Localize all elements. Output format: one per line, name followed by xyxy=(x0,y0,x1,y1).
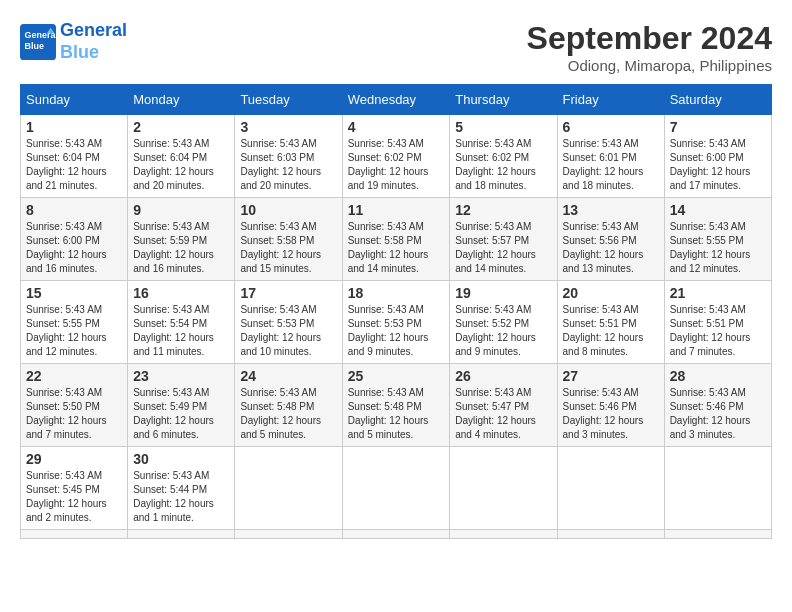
day-info: Sunrise: 5:43 AM Sunset: 5:46 PM Dayligh… xyxy=(563,386,659,442)
calendar-cell: 6 Sunrise: 5:43 AM Sunset: 6:01 PM Dayli… xyxy=(557,115,664,198)
calendar-week-row: 8 Sunrise: 5:43 AM Sunset: 6:00 PM Dayli… xyxy=(21,198,772,281)
day-number: 21 xyxy=(670,285,766,301)
day-info: Sunrise: 5:43 AM Sunset: 5:55 PM Dayligh… xyxy=(26,303,122,359)
day-info: Sunrise: 5:43 AM Sunset: 6:02 PM Dayligh… xyxy=(348,137,445,193)
day-number: 6 xyxy=(563,119,659,135)
day-info: Sunrise: 5:43 AM Sunset: 6:04 PM Dayligh… xyxy=(26,137,122,193)
day-number: 23 xyxy=(133,368,229,384)
month-title: September 2024 xyxy=(527,20,772,57)
col-wednesday: Wednesday xyxy=(342,85,450,115)
day-number: 14 xyxy=(670,202,766,218)
day-info: Sunrise: 5:43 AM Sunset: 5:58 PM Dayligh… xyxy=(348,220,445,276)
col-friday: Friday xyxy=(557,85,664,115)
calendar-cell: 7 Sunrise: 5:43 AM Sunset: 6:00 PM Dayli… xyxy=(664,115,771,198)
calendar-cell: 5 Sunrise: 5:43 AM Sunset: 6:02 PM Dayli… xyxy=(450,115,557,198)
day-info: Sunrise: 5:43 AM Sunset: 6:04 PM Dayligh… xyxy=(133,137,229,193)
calendar-cell: 14 Sunrise: 5:43 AM Sunset: 5:55 PM Dayl… xyxy=(664,198,771,281)
day-info: Sunrise: 5:43 AM Sunset: 5:44 PM Dayligh… xyxy=(133,469,229,525)
day-info: Sunrise: 5:43 AM Sunset: 6:02 PM Dayligh… xyxy=(455,137,551,193)
col-thursday: Thursday xyxy=(450,85,557,115)
calendar-cell xyxy=(128,530,235,539)
calendar-header-row: Sunday Monday Tuesday Wednesday Thursday… xyxy=(21,85,772,115)
calendar-cell xyxy=(342,530,450,539)
day-info: Sunrise: 5:43 AM Sunset: 6:00 PM Dayligh… xyxy=(26,220,122,276)
logo: General Blue GeneralBlue xyxy=(20,20,127,63)
calendar-week-row: 29 Sunrise: 5:43 AM Sunset: 5:45 PM Dayl… xyxy=(21,447,772,530)
title-block: September 2024 Odiong, Mimaropa, Philipp… xyxy=(527,20,772,74)
day-info: Sunrise: 5:43 AM Sunset: 5:49 PM Dayligh… xyxy=(133,386,229,442)
col-tuesday: Tuesday xyxy=(235,85,342,115)
calendar-cell: 17 Sunrise: 5:43 AM Sunset: 5:53 PM Dayl… xyxy=(235,281,342,364)
day-number: 29 xyxy=(26,451,122,467)
day-info: Sunrise: 5:43 AM Sunset: 5:50 PM Dayligh… xyxy=(26,386,122,442)
day-number: 17 xyxy=(240,285,336,301)
calendar-cell: 24 Sunrise: 5:43 AM Sunset: 5:48 PM Dayl… xyxy=(235,364,342,447)
day-info: Sunrise: 5:43 AM Sunset: 6:01 PM Dayligh… xyxy=(563,137,659,193)
day-info: Sunrise: 5:43 AM Sunset: 5:55 PM Dayligh… xyxy=(670,220,766,276)
calendar-cell: 8 Sunrise: 5:43 AM Sunset: 6:00 PM Dayli… xyxy=(21,198,128,281)
calendar-cell: 18 Sunrise: 5:43 AM Sunset: 5:53 PM Dayl… xyxy=(342,281,450,364)
day-info: Sunrise: 5:43 AM Sunset: 5:54 PM Dayligh… xyxy=(133,303,229,359)
day-info: Sunrise: 5:43 AM Sunset: 5:47 PM Dayligh… xyxy=(455,386,551,442)
location: Odiong, Mimaropa, Philippines xyxy=(527,57,772,74)
day-info: Sunrise: 5:43 AM Sunset: 5:53 PM Dayligh… xyxy=(348,303,445,359)
day-number: 27 xyxy=(563,368,659,384)
calendar-cell xyxy=(664,447,771,530)
day-number: 28 xyxy=(670,368,766,384)
calendar-cell: 30 Sunrise: 5:43 AM Sunset: 5:44 PM Dayl… xyxy=(128,447,235,530)
calendar-cell xyxy=(450,530,557,539)
calendar-cell: 29 Sunrise: 5:43 AM Sunset: 5:45 PM Dayl… xyxy=(21,447,128,530)
calendar-table: Sunday Monday Tuesday Wednesday Thursday… xyxy=(20,84,772,539)
svg-text:Blue: Blue xyxy=(25,41,45,51)
calendar-cell: 16 Sunrise: 5:43 AM Sunset: 5:54 PM Dayl… xyxy=(128,281,235,364)
col-sunday: Sunday xyxy=(21,85,128,115)
calendar-cell xyxy=(235,447,342,530)
day-info: Sunrise: 5:43 AM Sunset: 5:52 PM Dayligh… xyxy=(455,303,551,359)
col-saturday: Saturday xyxy=(664,85,771,115)
col-monday: Monday xyxy=(128,85,235,115)
day-info: Sunrise: 5:43 AM Sunset: 5:57 PM Dayligh… xyxy=(455,220,551,276)
calendar-cell: 10 Sunrise: 5:43 AM Sunset: 5:58 PM Dayl… xyxy=(235,198,342,281)
day-number: 15 xyxy=(26,285,122,301)
day-number: 16 xyxy=(133,285,229,301)
calendar-cell: 28 Sunrise: 5:43 AM Sunset: 5:46 PM Dayl… xyxy=(664,364,771,447)
calendar-week-row xyxy=(21,530,772,539)
calendar-cell: 21 Sunrise: 5:43 AM Sunset: 5:51 PM Dayl… xyxy=(664,281,771,364)
day-number: 30 xyxy=(133,451,229,467)
day-number: 2 xyxy=(133,119,229,135)
calendar-cell: 26 Sunrise: 5:43 AM Sunset: 5:47 PM Dayl… xyxy=(450,364,557,447)
calendar-cell: 12 Sunrise: 5:43 AM Sunset: 5:57 PM Dayl… xyxy=(450,198,557,281)
day-info: Sunrise: 5:43 AM Sunset: 6:03 PM Dayligh… xyxy=(240,137,336,193)
calendar-cell xyxy=(21,530,128,539)
day-number: 18 xyxy=(348,285,445,301)
day-number: 8 xyxy=(26,202,122,218)
day-number: 24 xyxy=(240,368,336,384)
day-info: Sunrise: 5:43 AM Sunset: 5:48 PM Dayligh… xyxy=(348,386,445,442)
day-number: 22 xyxy=(26,368,122,384)
day-number: 1 xyxy=(26,119,122,135)
calendar-cell: 3 Sunrise: 5:43 AM Sunset: 6:03 PM Dayli… xyxy=(235,115,342,198)
calendar-cell: 1 Sunrise: 5:43 AM Sunset: 6:04 PM Dayli… xyxy=(21,115,128,198)
logo-text: GeneralBlue xyxy=(60,20,127,63)
day-number: 4 xyxy=(348,119,445,135)
day-info: Sunrise: 5:43 AM Sunset: 5:59 PM Dayligh… xyxy=(133,220,229,276)
day-number: 7 xyxy=(670,119,766,135)
day-info: Sunrise: 5:43 AM Sunset: 6:00 PM Dayligh… xyxy=(670,137,766,193)
day-info: Sunrise: 5:43 AM Sunset: 5:53 PM Dayligh… xyxy=(240,303,336,359)
calendar-cell: 22 Sunrise: 5:43 AM Sunset: 5:50 PM Dayl… xyxy=(21,364,128,447)
calendar-cell: 4 Sunrise: 5:43 AM Sunset: 6:02 PM Dayli… xyxy=(342,115,450,198)
calendar-week-row: 15 Sunrise: 5:43 AM Sunset: 5:55 PM Dayl… xyxy=(21,281,772,364)
day-number: 19 xyxy=(455,285,551,301)
day-number: 11 xyxy=(348,202,445,218)
day-number: 9 xyxy=(133,202,229,218)
calendar-cell: 11 Sunrise: 5:43 AM Sunset: 5:58 PM Dayl… xyxy=(342,198,450,281)
day-number: 13 xyxy=(563,202,659,218)
day-number: 5 xyxy=(455,119,551,135)
day-number: 12 xyxy=(455,202,551,218)
calendar-cell: 27 Sunrise: 5:43 AM Sunset: 5:46 PM Dayl… xyxy=(557,364,664,447)
day-info: Sunrise: 5:43 AM Sunset: 5:51 PM Dayligh… xyxy=(670,303,766,359)
day-info: Sunrise: 5:43 AM Sunset: 5:48 PM Dayligh… xyxy=(240,386,336,442)
calendar-cell xyxy=(342,447,450,530)
day-info: Sunrise: 5:43 AM Sunset: 5:56 PM Dayligh… xyxy=(563,220,659,276)
calendar-cell: 19 Sunrise: 5:43 AM Sunset: 5:52 PM Dayl… xyxy=(450,281,557,364)
